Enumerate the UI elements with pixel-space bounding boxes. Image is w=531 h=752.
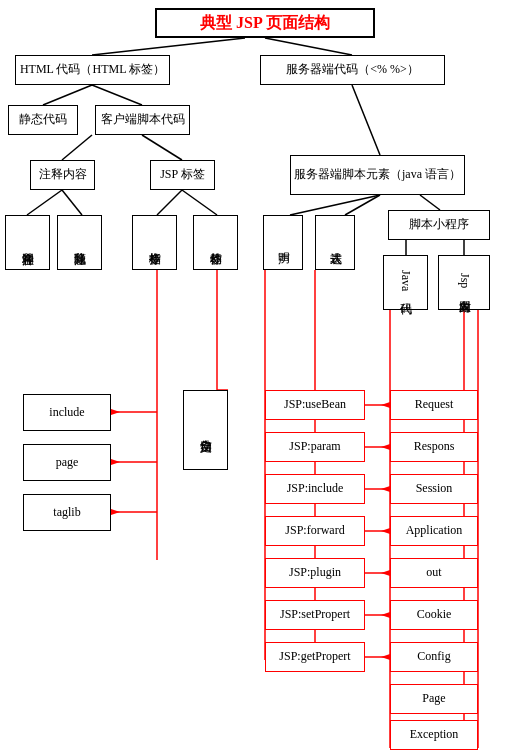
action-tag-node: 动作标签 — [193, 215, 238, 270]
server-element-node: 服务器端脚本元素（java 语言） — [290, 155, 465, 195]
svg-line-11 — [290, 195, 380, 215]
response-node: Respons — [390, 432, 478, 462]
svg-line-0 — [92, 38, 245, 55]
svg-line-3 — [92, 85, 142, 105]
svg-marker-43 — [381, 654, 390, 660]
application-node: Application — [390, 516, 478, 546]
page-obj-node: Page — [390, 684, 478, 714]
svg-marker-27 — [111, 459, 120, 465]
svg-marker-40 — [381, 528, 390, 534]
html-code-node: HTML 代码（HTML 标签） — [15, 55, 170, 85]
exception-node: Exception — [390, 720, 478, 750]
jsp-builtin-node: Jsp 内置对象 — [438, 255, 490, 310]
svg-marker-41 — [381, 570, 390, 576]
out-node: out — [390, 558, 478, 588]
java-code-node: Java 代码 — [383, 255, 428, 310]
setproperty-node: JSP:setPropert — [265, 600, 365, 630]
param-node: JSP:param — [265, 432, 365, 462]
diagram-lines — [0, 0, 531, 752]
request-node: Request — [390, 390, 478, 420]
jspinclude-node: JSP:include — [265, 474, 365, 504]
static-code-node: 静态代码 — [8, 105, 78, 135]
svg-marker-26 — [111, 409, 120, 415]
svg-line-6 — [352, 85, 380, 155]
comment-node: 注释内容 — [30, 160, 95, 190]
diagram: 典型 JSP 页面结构 HTML 代码（HTML 标签） 服务器端代码（<% %… — [0, 0, 531, 752]
config-node: Config — [390, 642, 478, 672]
svg-marker-28 — [111, 509, 120, 515]
declaration-node: 声明 — [263, 215, 303, 270]
svg-marker-37 — [381, 402, 390, 408]
expression-node: 表达式 — [315, 215, 355, 270]
taglib-node: taglib — [23, 494, 111, 531]
client-comment-node: 客户端注释 — [5, 215, 50, 270]
forward-node: JSP:forward — [265, 516, 365, 546]
directive-tag-node: 指令标签 — [132, 215, 177, 270]
svg-line-12 — [345, 195, 380, 215]
client-script-node: 客户端脚本代码 — [95, 105, 190, 135]
svg-marker-42 — [381, 612, 390, 618]
svg-line-1 — [265, 38, 352, 55]
server-code-node: 服务器端代码（<% %>） — [260, 55, 445, 85]
svg-marker-38 — [381, 444, 390, 450]
svg-line-9 — [157, 190, 182, 215]
getproperty-node: JSP:getPropert — [265, 642, 365, 672]
svg-line-2 — [43, 85, 92, 105]
svg-marker-39 — [381, 486, 390, 492]
session-node: Session — [390, 474, 478, 504]
jsp-tag-node: JSP 标签 — [150, 160, 215, 190]
page-node-directive: page — [23, 444, 111, 481]
cookie-node: Cookie — [390, 600, 478, 630]
include-node: include — [23, 394, 111, 431]
title-node: 典型 JSP 页面结构 — [155, 8, 375, 38]
custom-action-node: 自定义动作 — [183, 390, 228, 470]
hidden-comment-node: 隐藏注释 — [57, 215, 102, 270]
svg-line-13 — [420, 195, 440, 210]
svg-line-5 — [142, 135, 182, 160]
svg-line-10 — [182, 190, 217, 215]
plugin-node: JSP:plugin — [265, 558, 365, 588]
svg-line-4 — [62, 135, 92, 160]
script-applet-node: 脚本小程序 — [388, 210, 490, 240]
usebean-node: JSP:useBean — [265, 390, 365, 420]
svg-line-7 — [27, 190, 62, 215]
svg-line-8 — [62, 190, 82, 215]
